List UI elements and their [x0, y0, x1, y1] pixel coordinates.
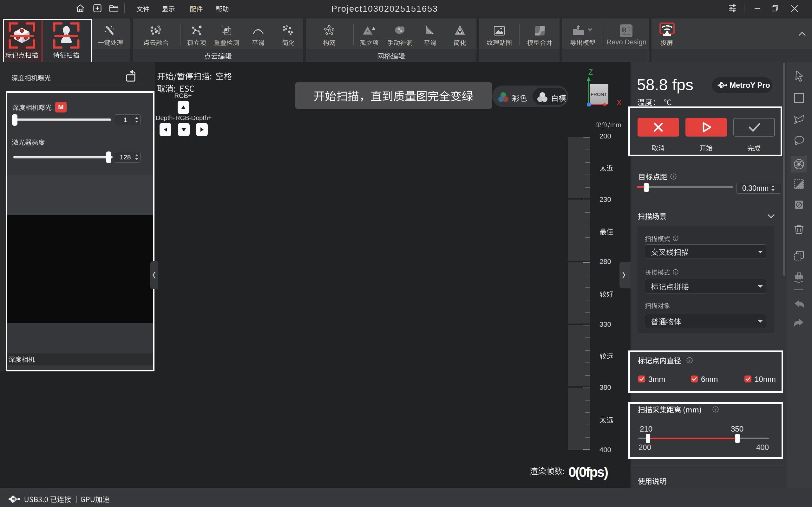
- svg-text:i: i: [675, 237, 676, 240]
- svg-text:i: i: [675, 270, 676, 274]
- svg-text:i: i: [673, 174, 674, 179]
- svg-text:i: i: [715, 407, 716, 412]
- svg-text:DESIGN: DESIGN: [622, 33, 631, 36]
- svg-text:i: i: [689, 358, 690, 363]
- svg-text:R: R: [622, 26, 627, 34]
